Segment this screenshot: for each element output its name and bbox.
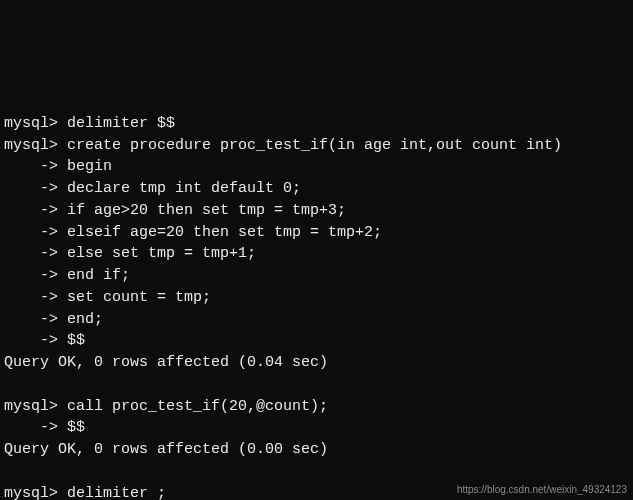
- line-prompt: mysql> call proc_test_if(20,@count);: [4, 398, 328, 415]
- watermark-text: https://blog.csdn.net/weixin_49324123: [457, 483, 627, 498]
- line-continuation: -> declare tmp int default 0;: [4, 180, 301, 197]
- line-continuation: -> if age>20 then set tmp = tmp+3;: [4, 202, 346, 219]
- line-continuation: -> end if;: [4, 267, 130, 284]
- line-prompt: mysql> create procedure proc_test_if(in …: [4, 137, 562, 154]
- line-continuation: -> $$: [4, 332, 85, 349]
- terminal-output: mysql> delimiter $$ mysql> create proced…: [4, 91, 629, 500]
- line-prompt: mysql> delimiter $$: [4, 115, 175, 132]
- line-continuation: -> $$: [4, 419, 85, 436]
- line-continuation: -> set count = tmp;: [4, 289, 211, 306]
- line-result: Query OK, 0 rows affected (0.04 sec): [4, 354, 328, 371]
- line-continuation: -> end;: [4, 311, 103, 328]
- line-continuation: -> begin: [4, 158, 112, 175]
- line-prompt: mysql> delimiter ;: [4, 485, 166, 501]
- line-result: Query OK, 0 rows affected (0.00 sec): [4, 441, 328, 458]
- line-continuation: -> elseif age=20 then set tmp = tmp+2;: [4, 224, 382, 241]
- line-continuation: -> else set tmp = tmp+1;: [4, 245, 256, 262]
